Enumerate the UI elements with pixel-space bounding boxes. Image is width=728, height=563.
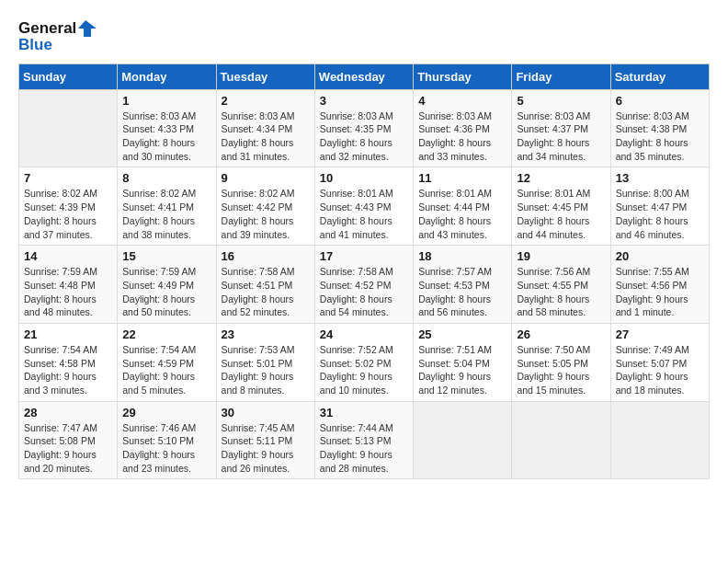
day-info: Sunrise: 7:49 AMSunset: 5:07 PMDaylight:… <box>616 343 704 397</box>
logo-general: General <box>18 20 76 38</box>
day-number: 13 <box>616 171 704 185</box>
day-cell: 5Sunrise: 8:03 AMSunset: 4:37 PMDaylight… <box>512 89 610 167</box>
day-number: 24 <box>320 327 408 341</box>
day-cell: 8Sunrise: 8:02 AMSunset: 4:41 PMDaylight… <box>118 167 216 246</box>
day-number: 26 <box>517 327 605 341</box>
day-cell: 19Sunrise: 7:56 AMSunset: 4:55 PMDayligh… <box>512 246 610 324</box>
day-number: 30 <box>222 406 310 419</box>
day-info: Sunrise: 8:02 AMSunset: 4:42 PMDaylight:… <box>222 187 310 241</box>
day-number: 28 <box>24 406 112 419</box>
logo-arrow-icon <box>78 18 98 39</box>
day-number: 25 <box>418 327 506 341</box>
day-info: Sunrise: 7:59 AMSunset: 4:49 PMDaylight:… <box>122 265 210 319</box>
day-cell <box>512 401 610 479</box>
day-number: 12 <box>517 171 605 185</box>
day-cell: 17Sunrise: 7:58 AMSunset: 4:52 PMDayligh… <box>314 246 413 324</box>
day-cell: 7Sunrise: 8:02 AMSunset: 4:39 PMDaylight… <box>19 167 118 246</box>
day-info: Sunrise: 8:01 AMSunset: 4:45 PMDaylight:… <box>517 187 605 241</box>
day-cell: 30Sunrise: 7:45 AMSunset: 5:11 PMDayligh… <box>216 401 314 479</box>
column-header-saturday: Saturday <box>610 63 709 89</box>
day-number: 3 <box>320 94 408 108</box>
day-cell: 6Sunrise: 8:03 AMSunset: 4:38 PMDaylight… <box>610 89 709 167</box>
day-info: Sunrise: 7:47 AMSunset: 5:08 PMDaylight:… <box>24 421 112 476</box>
day-info: Sunrise: 7:54 AMSunset: 4:59 PMDaylight:… <box>122 343 210 397</box>
day-cell: 12Sunrise: 8:01 AMSunset: 4:45 PMDayligh… <box>512 167 610 246</box>
day-cell: 23Sunrise: 7:53 AMSunset: 5:01 PMDayligh… <box>216 323 314 401</box>
day-cell: 22Sunrise: 7:54 AMSunset: 4:59 PMDayligh… <box>118 323 216 401</box>
column-header-wednesday: Wednesday <box>314 63 413 89</box>
day-info: Sunrise: 8:02 AMSunset: 4:39 PMDaylight:… <box>24 187 112 241</box>
day-cell: 26Sunrise: 7:50 AMSunset: 5:05 PMDayligh… <box>512 323 610 401</box>
logo: General Blue <box>18 18 98 54</box>
day-info: Sunrise: 7:46 AMSunset: 5:10 PMDaylight:… <box>122 421 210 476</box>
day-info: Sunrise: 8:03 AMSunset: 4:34 PMDaylight:… <box>222 109 310 164</box>
day-number: 22 <box>122 327 210 341</box>
day-info: Sunrise: 7:54 AMSunset: 4:58 PMDaylight:… <box>24 343 112 397</box>
day-number: 29 <box>122 406 210 419</box>
day-number: 5 <box>517 94 605 108</box>
day-info: Sunrise: 7:53 AMSunset: 5:01 PMDaylight:… <box>222 343 310 397</box>
day-cell: 2Sunrise: 8:03 AMSunset: 4:34 PMDaylight… <box>216 89 314 167</box>
page-header: General Blue <box>18 18 710 54</box>
day-number: 2 <box>222 94 310 108</box>
day-number: 14 <box>24 249 112 263</box>
day-cell <box>610 401 709 479</box>
day-info: Sunrise: 7:57 AMSunset: 4:53 PMDaylight:… <box>418 265 506 319</box>
svg-marker-0 <box>78 20 97 37</box>
column-header-thursday: Thursday <box>414 63 512 89</box>
day-cell: 31Sunrise: 7:44 AMSunset: 5:13 PMDayligh… <box>314 401 413 479</box>
day-number: 31 <box>320 406 408 419</box>
day-cell: 18Sunrise: 7:57 AMSunset: 4:53 PMDayligh… <box>414 246 512 324</box>
day-info: Sunrise: 8:00 AMSunset: 4:47 PMDaylight:… <box>616 187 704 241</box>
column-header-tuesday: Tuesday <box>216 63 314 89</box>
day-cell: 10Sunrise: 8:01 AMSunset: 4:43 PMDayligh… <box>314 167 413 246</box>
day-info: Sunrise: 8:01 AMSunset: 4:44 PMDaylight:… <box>418 187 506 241</box>
week-row-1: 1Sunrise: 8:03 AMSunset: 4:33 PMDaylight… <box>19 89 710 167</box>
day-cell <box>19 89 118 167</box>
header-row: SundayMondayTuesdayWednesdayThursdayFrid… <box>19 63 710 89</box>
day-cell: 4Sunrise: 8:03 AMSunset: 4:36 PMDaylight… <box>414 89 512 167</box>
week-row-4: 21Sunrise: 7:54 AMSunset: 4:58 PMDayligh… <box>19 323 710 401</box>
day-cell: 14Sunrise: 7:59 AMSunset: 4:48 PMDayligh… <box>19 246 118 324</box>
day-info: Sunrise: 7:45 AMSunset: 5:11 PMDaylight:… <box>222 421 310 476</box>
day-cell: 3Sunrise: 8:03 AMSunset: 4:35 PMDaylight… <box>314 89 413 167</box>
day-info: Sunrise: 8:03 AMSunset: 4:36 PMDaylight:… <box>418 109 506 164</box>
day-cell <box>414 401 512 479</box>
day-number: 1 <box>122 94 210 108</box>
day-info: Sunrise: 7:44 AMSunset: 5:13 PMDaylight:… <box>320 421 408 476</box>
day-number: 7 <box>24 171 112 185</box>
day-number: 6 <box>616 94 704 108</box>
day-info: Sunrise: 8:02 AMSunset: 4:41 PMDaylight:… <box>122 187 210 241</box>
day-info: Sunrise: 7:58 AMSunset: 4:51 PMDaylight:… <box>222 265 310 319</box>
day-cell: 11Sunrise: 8:01 AMSunset: 4:44 PMDayligh… <box>414 167 512 246</box>
day-number: 9 <box>222 171 310 185</box>
day-cell: 15Sunrise: 7:59 AMSunset: 4:49 PMDayligh… <box>118 246 216 324</box>
day-cell: 25Sunrise: 7:51 AMSunset: 5:04 PMDayligh… <box>414 323 512 401</box>
day-cell: 20Sunrise: 7:55 AMSunset: 4:56 PMDayligh… <box>610 246 709 324</box>
day-info: Sunrise: 8:03 AMSunset: 4:35 PMDaylight:… <box>320 109 408 164</box>
day-info: Sunrise: 7:51 AMSunset: 5:04 PMDaylight:… <box>418 343 506 397</box>
day-info: Sunrise: 7:50 AMSunset: 5:05 PMDaylight:… <box>517 343 605 397</box>
day-number: 20 <box>616 249 704 263</box>
day-info: Sunrise: 8:03 AMSunset: 4:33 PMDaylight:… <box>122 109 210 164</box>
day-cell: 1Sunrise: 8:03 AMSunset: 4:33 PMDaylight… <box>118 89 216 167</box>
day-number: 23 <box>222 327 310 341</box>
day-number: 11 <box>418 171 506 185</box>
day-info: Sunrise: 7:52 AMSunset: 5:02 PMDaylight:… <box>320 343 408 397</box>
day-cell: 24Sunrise: 7:52 AMSunset: 5:02 PMDayligh… <box>314 323 413 401</box>
day-cell: 29Sunrise: 7:46 AMSunset: 5:10 PMDayligh… <box>118 401 216 479</box>
week-row-5: 28Sunrise: 7:47 AMSunset: 5:08 PMDayligh… <box>19 401 710 479</box>
day-number: 17 <box>320 249 408 263</box>
day-info: Sunrise: 7:59 AMSunset: 4:48 PMDaylight:… <box>24 265 112 319</box>
day-info: Sunrise: 7:55 AMSunset: 4:56 PMDaylight:… <box>616 265 704 319</box>
week-row-2: 7Sunrise: 8:02 AMSunset: 4:39 PMDaylight… <box>19 167 710 246</box>
day-number: 8 <box>122 171 210 185</box>
column-header-sunday: Sunday <box>19 63 118 89</box>
day-number: 10 <box>320 171 408 185</box>
day-cell: 28Sunrise: 7:47 AMSunset: 5:08 PMDayligh… <box>19 401 118 479</box>
day-cell: 21Sunrise: 7:54 AMSunset: 4:58 PMDayligh… <box>19 323 118 401</box>
day-info: Sunrise: 7:58 AMSunset: 4:52 PMDaylight:… <box>320 265 408 319</box>
day-cell: 16Sunrise: 7:58 AMSunset: 4:51 PMDayligh… <box>216 246 314 324</box>
column-header-friday: Friday <box>512 63 610 89</box>
day-cell: 13Sunrise: 8:00 AMSunset: 4:47 PMDayligh… <box>610 167 709 246</box>
